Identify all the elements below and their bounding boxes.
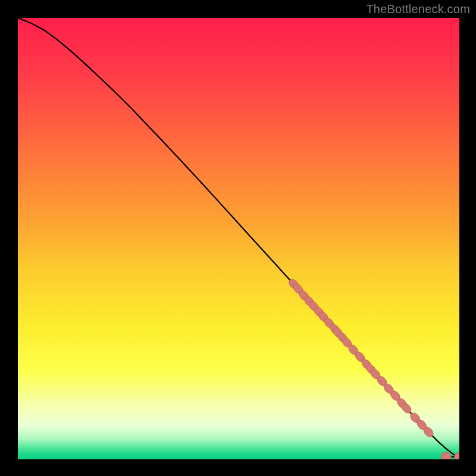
chart-plot-area [18, 18, 459, 459]
data-marker [441, 452, 451, 459]
chart-svg [18, 18, 459, 459]
chart-frame: TheBottleneck.com [0, 0, 476, 476]
watermark-text: TheBottleneck.com [366, 2, 470, 16]
